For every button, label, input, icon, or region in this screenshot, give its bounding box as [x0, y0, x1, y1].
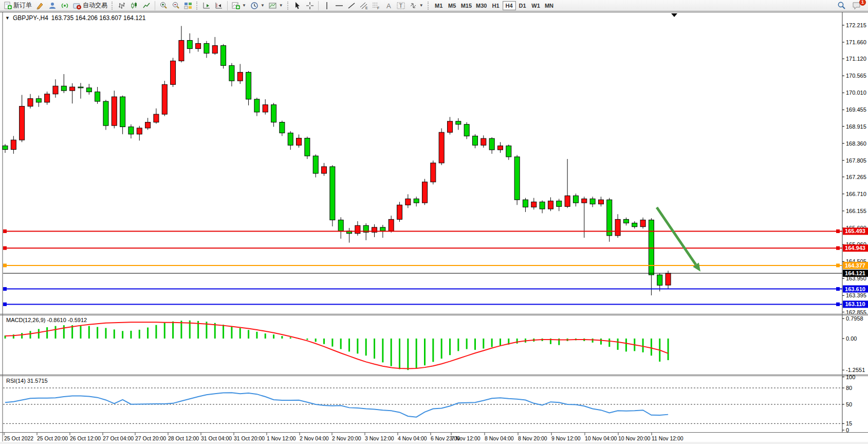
macd-histogram-bar [407, 339, 409, 370]
bar-chart-button[interactable] [116, 1, 127, 11]
candle-body [45, 94, 50, 102]
toolbar-grip [112, 2, 114, 10]
time-tick-label: 27 Oct 04:00 [103, 435, 134, 441]
chart-canvas[interactable]: 172.215171.660171.120170.565170.010169.4… [0, 11, 868, 444]
time-tick-label: 2 Nov 20:00 [332, 435, 361, 441]
text-label-button[interactable]: T [395, 1, 407, 11]
chart-shift-button[interactable] [213, 1, 225, 11]
candle-body [145, 122, 151, 128]
tile-windows-button[interactable] [182, 1, 194, 11]
vertical-line-icon [323, 2, 331, 10]
macd-histogram-bar [290, 338, 291, 339]
candle-body [338, 220, 343, 231]
line-anchor [836, 287, 840, 291]
candle [422, 179, 428, 205]
timeframe-M30[interactable]: M30 [474, 1, 489, 10]
line-anchor [836, 229, 840, 233]
timeframe-M5[interactable]: M5 [446, 1, 459, 10]
candle-body [615, 219, 620, 236]
candle-body [540, 202, 545, 209]
trendline-button[interactable] [346, 1, 357, 11]
search-button[interactable] [836, 1, 847, 11]
candle-body [565, 196, 570, 207]
time-tick-label: 10 Nov 20:00 [618, 435, 651, 441]
candle [162, 81, 167, 116]
chart-shift-icon [215, 2, 223, 10]
tile-windows-icon [184, 2, 192, 10]
collapse-icon[interactable]: ▼ [5, 15, 10, 21]
arrows-button[interactable]: ▼ [408, 1, 425, 11]
macd-histogram-bar [223, 325, 224, 339]
horizontal-line-button[interactable] [334, 1, 345, 11]
macd-histogram-bar [399, 339, 400, 369]
macd-histogram-bar [348, 339, 350, 351]
timeframe-H1[interactable]: H1 [489, 1, 503, 10]
macd-histogram-bar [265, 333, 266, 339]
toolbar-separator [155, 1, 155, 10]
price-tick-label: 172.215 [846, 22, 866, 28]
timeframe-D1[interactable]: D1 [516, 1, 529, 10]
candle-body [464, 125, 469, 136]
timeframe-MN[interactable]: MN [543, 1, 556, 10]
styler-button[interactable] [34, 1, 46, 11]
rsi-tick-label: 50 [846, 401, 852, 407]
svg-text:T: T [399, 3, 402, 9]
chevron-down-icon: ▼ [279, 3, 283, 8]
candle-body [548, 201, 553, 209]
zoom-out-button[interactable] [170, 1, 181, 11]
timeframe-H4[interactable]: H4 [503, 1, 516, 10]
candlestick-chart-button[interactable] [128, 1, 140, 11]
notifications-button[interactable]: 1 [851, 1, 863, 11]
macd-histogram-bar [323, 339, 325, 344]
macd-tick-label: 0.7958 [846, 315, 863, 322]
candle-body [53, 86, 58, 94]
level-label: 165.493 [845, 228, 865, 234]
periods-button[interactable]: ▼ [249, 1, 266, 11]
text-button[interactable]: A [383, 1, 394, 11]
new-order-button[interactable]: 新订单 [2, 1, 33, 11]
candle-body [557, 201, 562, 207]
macd-histogram-bar [105, 328, 106, 339]
candle-body [666, 273, 671, 285]
macd-histogram-bar [651, 339, 652, 356]
auto-trading-button[interactable]: 自动交易 [71, 1, 109, 11]
candle [607, 198, 612, 242]
equidistant-channel-button[interactable]: E [358, 1, 370, 11]
candle-body [481, 138, 486, 145]
macd-histogram-bar [457, 339, 459, 351]
time-tick-label: 2 Nov 04:00 [300, 435, 329, 441]
signal-button[interactable] [59, 1, 70, 11]
macd-histogram-bar [441, 339, 442, 359]
auto-trading-label: 自动交易 [83, 1, 107, 10]
macd-histogram-bar [432, 339, 434, 362]
candle-body [103, 101, 108, 126]
candle-body [128, 127, 134, 134]
timeframe-M1[interactable]: M1 [432, 1, 446, 10]
level-label: 164.943 [845, 245, 865, 251]
candle-body [380, 227, 385, 231]
price-tick-label: 170.010 [846, 90, 866, 96]
macd-tick-label: 0.00 [846, 335, 857, 342]
fibonacci-button[interactable]: F [371, 1, 382, 11]
templates-button[interactable]: ▼ [267, 1, 285, 11]
add-indicator-button[interactable]: ▼ [230, 1, 248, 11]
line-chart-button[interactable] [141, 1, 152, 11]
time-tick-label: 11 Nov 12:00 [652, 435, 684, 441]
cursor-button[interactable] [292, 1, 303, 11]
candle-body [78, 87, 83, 88]
candle [221, 44, 226, 69]
vertical-line-button[interactable] [321, 1, 333, 11]
level-label: 164.377 [845, 262, 865, 269]
candle-body [531, 202, 537, 207]
timeframe-W1[interactable]: W1 [529, 1, 543, 10]
horizontal-line-icon [335, 2, 343, 10]
chevron-down-icon: ▼ [419, 3, 423, 8]
candle-body [305, 138, 310, 156]
zoom-in-button[interactable] [158, 1, 169, 11]
contacts-button[interactable] [47, 1, 58, 11]
macd-histogram-bar [180, 321, 182, 339]
auto-scroll-button[interactable] [201, 1, 212, 11]
line-anchor [836, 246, 840, 250]
timeframe-M15[interactable]: M15 [459, 1, 474, 10]
crosshair-button[interactable] [304, 1, 316, 11]
